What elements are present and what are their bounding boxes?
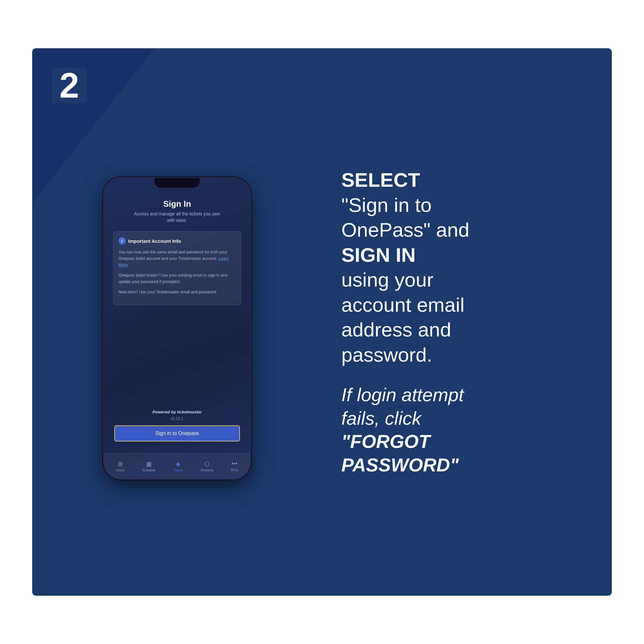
bottom-nav: ⊞ Home ▦ Schedule ◆ Tickets	[104, 453, 250, 479]
instruction-text: SELECT "Sign in to OnePass" and SIGN IN …	[341, 167, 586, 477]
main-card: 2 Sign In Access and manage all the tick…	[32, 48, 612, 596]
instruction-line6: account email	[341, 294, 465, 316]
learn-more-link[interactable]: Learn More	[118, 256, 229, 267]
italic-bold2: PASSWORD"	[341, 454, 459, 475]
nav-home-label: Home	[116, 469, 125, 472]
phone-mockup: Sign In Access and manage all the ticket…	[103, 177, 251, 480]
italic-bold1: "FORGOT	[341, 431, 430, 452]
step-number: 2	[59, 68, 79, 103]
nav-rewards-label: Rewards	[201, 469, 213, 472]
schedule-icon: ▦	[146, 460, 152, 468]
instruction-line5: using your	[341, 269, 433, 291]
brand-name: ticketmaster	[177, 410, 202, 414]
italic-line1: If login attempt	[341, 384, 464, 405]
info-text-3: New here? Use your Ticketmaster email an…	[118, 289, 236, 295]
sign-in-button[interactable]: Sign in to Onepass	[114, 425, 240, 441]
nav-schedule-label: Schedule	[142, 469, 156, 472]
screen-subtitle: Access and manage all the tickets you ow…	[113, 211, 241, 223]
instruction-line2: "Sign in to	[341, 194, 432, 216]
info-box-title: Important Account Info	[128, 238, 181, 244]
nav-home[interactable]: ⊞ Home	[116, 460, 125, 472]
nav-rewards[interactable]: ⬡ Rewards	[201, 460, 213, 472]
nav-schedule[interactable]: ▦ Schedule	[142, 460, 156, 472]
instruction-line8: password.	[341, 344, 432, 366]
phone-screen: Sign In Access and manage all the ticket…	[104, 178, 250, 479]
info-box: i Important Account Info You can now use…	[113, 231, 241, 305]
powered-by: Powered by ticketmaster	[113, 410, 241, 414]
step-badge: 2	[52, 68, 87, 103]
info-text-1: You can now use the same email and passw…	[118, 249, 236, 268]
nav-tickets[interactable]: ◆ Tickets	[173, 460, 183, 472]
nav-more-label: More	[231, 468, 238, 472]
instruction-line7: address and	[341, 318, 451, 341]
instruction-line3: OnePass" and	[341, 219, 469, 241]
select-label: SELECT	[341, 169, 420, 191]
left-panel: 2 Sign In Access and manage all the tick…	[32, 48, 322, 596]
tickets-icon: ◆	[176, 460, 180, 468]
phone-notch	[155, 178, 200, 188]
more-icon: •••	[232, 460, 238, 467]
sign-in-label: SIGN IN	[341, 244, 416, 266]
phone-outer: Sign In Access and manage all the ticket…	[103, 177, 251, 480]
italic-line2: fails, click	[341, 408, 421, 429]
info-icon: i	[118, 237, 126, 244]
right-panel: SELECT "Sign in to OnePass" and SIGN IN …	[322, 48, 612, 596]
version-label: v2.15.1	[113, 416, 241, 421]
nav-more[interactable]: ••• More	[231, 460, 238, 472]
screen-title: Sign In	[113, 199, 241, 209]
powered-by-label: Powered by	[152, 410, 176, 414]
info-text-2: Onepass ticket holder? Use your existing…	[118, 272, 236, 285]
info-box-header: i Important Account Info	[118, 237, 236, 244]
italic-section: If login attempt fails, click "FORGOT PA…	[341, 383, 586, 477]
nav-tickets-label: Tickets	[173, 469, 183, 472]
page-container: 2 Sign In Access and manage all the tick…	[0, 0, 644, 644]
home-icon: ⊞	[118, 460, 123, 468]
screen-content: Sign In Access and manage all the ticket…	[104, 178, 250, 453]
rewards-icon: ⬡	[204, 460, 210, 468]
